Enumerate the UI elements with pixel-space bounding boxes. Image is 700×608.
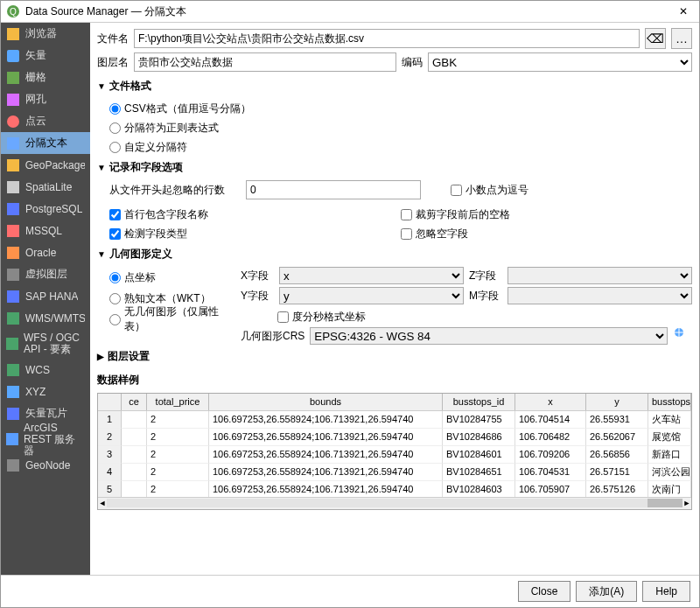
section-layer-setting[interactable]: ▶ 图层设置 xyxy=(97,349,692,364)
record-option-checkbox[interactable] xyxy=(401,209,412,220)
sidebar-item-wms[interactable]: WMS/WMTS xyxy=(1,307,90,329)
wcs-icon xyxy=(6,363,20,377)
app-icon: Q xyxy=(6,4,20,18)
sidebar-item-label: 矢量 xyxy=(25,48,46,63)
sidebar-item-gn[interactable]: GeoNode xyxy=(1,454,90,476)
sidebar-item-wcs[interactable]: WCS xyxy=(1,359,90,381)
x-field-select[interactable]: x xyxy=(279,267,464,284)
section-file-format[interactable]: ▼ 文件格式 xyxy=(97,79,692,94)
sidebar-item-vl[interactable]: 虚拟图层 xyxy=(1,263,90,285)
sidebar-item-label: MSSQL xyxy=(25,225,62,237)
decimal-comma-checkbox[interactable] xyxy=(451,185,462,196)
sidebar-item-vec[interactable]: 矢量 xyxy=(1,45,90,66)
file-format-radio[interactable] xyxy=(109,142,121,153)
horizontal-scrollbar[interactable]: ◄► xyxy=(98,497,691,509)
sidebar-item-ras[interactable]: 栅格 xyxy=(1,66,90,88)
z-field-select[interactable] xyxy=(508,267,692,284)
browse-file-button[interactable]: … xyxy=(671,28,692,49)
sidebar-item-arc[interactable]: ArcGIS REST 服务器 xyxy=(1,424,90,454)
crs-select[interactable]: EPSG:4326 - WGS 84 xyxy=(310,327,668,345)
encoding-label: 编码 xyxy=(402,55,423,70)
sidebar-item-label: 虚拟图层 xyxy=(25,267,67,282)
sidebar-item-pg[interactable]: PostgreSQL xyxy=(1,198,90,220)
sidebar-item-pt[interactable]: 点云 xyxy=(1,110,90,132)
table-row[interactable]: 42106.697253,26.558924;106.713921,26.594… xyxy=(98,464,691,481)
table-header[interactable]: busstops_name xyxy=(648,394,691,410)
sidebar-item-label: PostgreSQL xyxy=(25,203,82,215)
record-option-checkbox[interactable] xyxy=(109,209,121,220)
xyz-icon xyxy=(6,385,20,399)
section-record-options[interactable]: ▼ 记录和字段选项 xyxy=(97,160,692,175)
folder-icon xyxy=(6,27,20,41)
z-field-label: Z字段 xyxy=(469,269,502,283)
vt-icon xyxy=(6,407,20,421)
or-icon xyxy=(6,246,20,260)
table-row[interactable]: 32106.697253,26.558924;106.713921,26.594… xyxy=(98,446,691,464)
sidebar-item-or[interactable]: Oracle xyxy=(1,241,90,263)
crs-browse-button[interactable] xyxy=(673,326,692,346)
sidebar-item-csv[interactable]: 分隔文本 xyxy=(1,132,90,154)
table-header[interactable] xyxy=(98,394,122,410)
sidebar-item-label: ArcGIS REST 服务器 xyxy=(24,423,85,457)
table-header[interactable]: total_price xyxy=(147,394,209,410)
table-header[interactable]: y xyxy=(586,394,648,410)
window-title: Data Source Manager — 分隔文本 xyxy=(25,4,673,19)
skip-lines-label: 从文件开头起忽略的行数 xyxy=(109,183,241,198)
y-field-select[interactable]: y xyxy=(279,287,464,304)
sidebar-item-gpkg[interactable]: GeoPackage xyxy=(1,154,90,176)
sidebar-item-hana[interactable]: SAP HANA xyxy=(1,285,90,307)
close-button[interactable]: Close xyxy=(518,581,571,602)
mesh-icon xyxy=(6,93,20,107)
record-option-checkbox[interactable] xyxy=(401,228,412,240)
geometry-radio[interactable] xyxy=(109,272,121,283)
table-header[interactable]: ce xyxy=(122,394,147,410)
wms-icon xyxy=(6,311,20,325)
close-window-icon[interactable]: ✕ xyxy=(673,5,694,17)
sidebar-item-label: XYZ xyxy=(25,386,46,398)
sidebar-item-label: 浏览器 xyxy=(25,26,57,41)
table-row[interactable]: 22106.697253,26.558924;106.713921,26.594… xyxy=(98,429,691,446)
x-field-label: X字段 xyxy=(241,269,274,283)
sl-icon xyxy=(6,180,20,194)
ras-icon xyxy=(6,71,20,85)
hana-icon xyxy=(6,290,20,304)
sidebar-item-label: GeoNode xyxy=(25,459,70,472)
geometry-radio[interactable] xyxy=(109,293,121,304)
sidebar-item-xyz[interactable]: XYZ xyxy=(1,381,90,402)
sidebar-item-vt[interactable]: 矢量瓦片 xyxy=(1,402,90,424)
table-header[interactable]: busstops_id xyxy=(443,394,515,410)
m-field-select[interactable] xyxy=(508,287,692,304)
chevron-right-icon: ▶ xyxy=(97,352,104,361)
help-button[interactable]: Help xyxy=(642,581,690,602)
add-button[interactable]: 添加(A) xyxy=(576,581,637,602)
table-row[interactable]: 52106.697253,26.558924;106.713921,26.594… xyxy=(98,481,691,497)
sidebar-item-wfs[interactable]: WFS / OGC API - 要素 xyxy=(1,329,90,359)
sidebar-item-ms[interactable]: MSSQL xyxy=(1,220,90,241)
table-row[interactable]: 12106.697253,26.558924;106.713921,26.594… xyxy=(98,411,691,429)
sidebar-item-label: WCS xyxy=(25,364,50,376)
sidebar-item-label: Oracle xyxy=(25,247,56,259)
dms-checkbox[interactable] xyxy=(277,311,289,323)
chevron-down-icon: ▼ xyxy=(97,81,106,91)
layername-input[interactable] xyxy=(134,52,396,72)
sidebar-item-sl[interactable]: SpatiaLite xyxy=(1,176,90,198)
file-format-radio[interactable] xyxy=(109,122,121,134)
pt-icon xyxy=(6,115,20,129)
filename-input[interactable] xyxy=(134,29,640,48)
skip-lines-input[interactable] xyxy=(246,180,421,199)
geometry-radio[interactable] xyxy=(109,314,121,325)
y-field-label: Y字段 xyxy=(241,289,274,304)
sidebar-item-mesh[interactable]: 网孔 xyxy=(1,88,90,110)
sidebar-item-folder[interactable]: 浏览器 xyxy=(1,23,90,45)
title-bar: Q Data Source Manager — 分隔文本 ✕ xyxy=(1,1,699,23)
dialog-footer: Close 添加(A) Help xyxy=(1,575,699,607)
table-header[interactable]: x xyxy=(515,394,586,410)
section-geometry[interactable]: ▼ 几何图形定义 xyxy=(97,247,692,262)
table-header[interactable]: bounds xyxy=(209,394,443,410)
file-format-radio[interactable] xyxy=(109,103,121,115)
clear-filename-button[interactable]: ⌫ xyxy=(645,28,666,49)
vec-icon xyxy=(6,49,20,63)
sidebar-item-label: 网孔 xyxy=(25,92,46,107)
record-option-checkbox[interactable] xyxy=(109,228,121,240)
encoding-select[interactable]: GBK xyxy=(428,52,692,72)
